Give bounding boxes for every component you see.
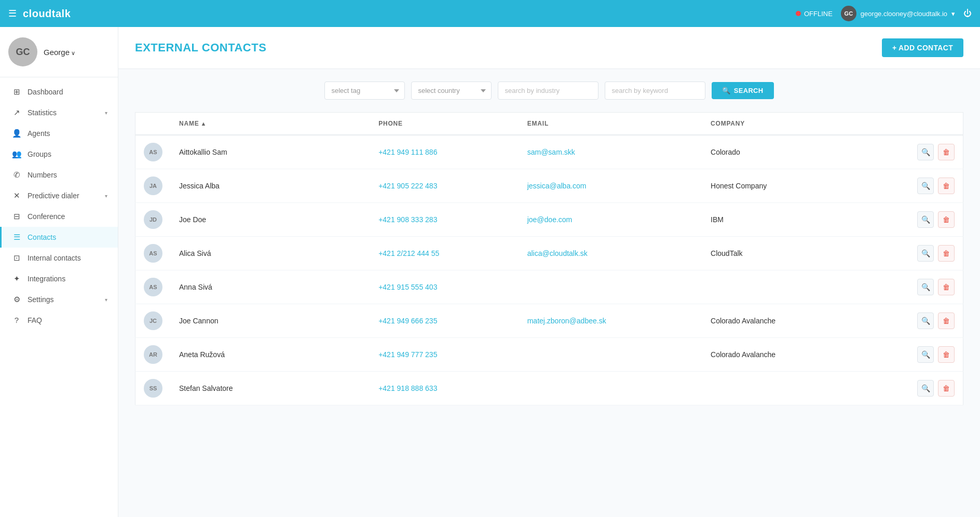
contact-company-cell: CloudTalk <box>702 237 859 270</box>
row-actions: 🔍 🗑 <box>867 279 955 295</box>
contact-avatar-cell: JD <box>135 203 171 237</box>
sidebar-username[interactable]: George <box>44 48 75 57</box>
table-header-name[interactable]: NAME▲ <box>171 113 370 135</box>
nav-icon-predictive-dialer: ✕ <box>12 191 21 200</box>
search-icon: 🔍 <box>722 87 730 94</box>
contact-phone-cell: +421 918 888 633 <box>370 372 519 405</box>
contact-name: Stefan Salvatore <box>179 384 233 392</box>
table-body: ASAittokallio Sam+421 949 111 886sam@sam… <box>135 135 963 405</box>
contact-search-button[interactable]: 🔍 <box>917 346 934 363</box>
sidebar-item-integrations[interactable]: ✦ Integrations <box>0 268 118 289</box>
contact-name-cell: Jessica Alba <box>171 169 370 203</box>
contact-phone-cell: +421 949 111 886 <box>370 135 519 169</box>
sidebar-item-internal-contacts[interactable]: ⊡ Internal contacts <box>0 248 118 268</box>
table-header: NAME▲PHONEEMAILCOMPANY <box>135 113 963 135</box>
contact-phone: +421 949 111 886 <box>378 148 437 156</box>
contact-search-button[interactable]: 🔍 <box>917 211 934 228</box>
contact-avatar: JD <box>144 210 162 229</box>
contact-delete-button[interactable]: 🗑 <box>938 279 955 295</box>
contact-delete-button[interactable]: 🗑 <box>938 346 955 363</box>
sidebar-item-groups[interactable]: 👥 Groups <box>0 144 118 165</box>
contacts-table: NAME▲PHONEEMAILCOMPANY ASAittokallio Sam… <box>135 112 963 405</box>
contact-actions-cell: 🔍 🗑 <box>859 338 963 372</box>
app-layout: GC George ⊞ Dashboard ↗ Statistics ▾ 👤 A… <box>0 27 980 517</box>
sidebar-item-numbers[interactable]: ✆ Numbers <box>0 165 118 185</box>
contact-name-cell: Alica Sivá <box>171 237 370 270</box>
contact-company: CloudTalk <box>711 249 742 257</box>
contact-delete-button[interactable]: 🗑 <box>938 380 955 397</box>
table-row: JCJoe Cannon+421 949 666 235matej.zboron… <box>135 304 963 338</box>
contact-avatar: JA <box>144 176 162 195</box>
contact-delete-button[interactable]: 🗑 <box>938 245 955 262</box>
navbar: ☰ cloudtalk OFFLINE GC george.clooney@cl… <box>0 0 980 27</box>
contact-name: Joe Cannon <box>179 317 219 325</box>
contact-delete-button[interactable]: 🗑 <box>938 178 955 194</box>
contact-delete-button[interactable]: 🗑 <box>938 211 955 228</box>
contact-avatar: SS <box>144 379 162 398</box>
sidebar-item-statistics[interactable]: ↗ Statistics ▾ <box>0 102 118 123</box>
nav-icon-groups: 👥 <box>12 149 21 159</box>
status-dot-icon <box>796 11 801 16</box>
sidebar-item-dashboard[interactable]: ⊞ Dashboard <box>0 81 118 102</box>
sort-arrow-icon: ▲ <box>201 120 207 127</box>
search-industry-input[interactable] <box>498 81 598 100</box>
table-header-actions <box>859 113 963 135</box>
status-indicator: OFFLINE <box>796 10 833 18</box>
search-button[interactable]: 🔍 SEARCH <box>712 82 773 99</box>
sidebar-item-contacts[interactable]: ☰ Contacts <box>0 227 118 248</box>
contact-company: Colorado Avalanche <box>711 317 775 325</box>
page-header: EXTERNAL CONTACTS + ADD CONTACT <box>118 27 980 69</box>
contact-search-button[interactable]: 🔍 <box>917 279 934 295</box>
sidebar-item-predictive-dialer[interactable]: ✕ Predictive dialer ▾ <box>0 185 118 206</box>
contact-phone: +421 908 333 283 <box>378 215 437 224</box>
contact-email-cell: jessica@alba.com <box>519 169 702 203</box>
contact-name: Aittokallio Sam <box>179 148 227 156</box>
contact-search-button[interactable]: 🔍 <box>917 178 934 194</box>
contact-email: matej.zboron@adbee.sk <box>527 317 606 325</box>
select-country-dropdown[interactable]: select country <box>411 81 492 100</box>
contact-avatar-cell: AS <box>135 270 171 304</box>
contact-search-button[interactable]: 🔍 <box>917 380 934 397</box>
sidebar-item-settings[interactable]: ⚙ Settings ▾ <box>0 289 118 310</box>
contact-name-cell: Joe Doe <box>171 203 370 237</box>
search-keyword-input[interactable] <box>605 81 705 100</box>
table-row: ASAittokallio Sam+421 949 111 886sam@sam… <box>135 135 963 169</box>
contact-actions-cell: 🔍 🗑 <box>859 169 963 203</box>
nav-icon-agents: 👤 <box>12 129 21 138</box>
contact-delete-button[interactable]: 🗑 <box>938 312 955 329</box>
contact-name-cell: Aittokallio Sam <box>171 135 370 169</box>
contact-actions-cell: 🔍 🗑 <box>859 135 963 169</box>
contact-company-cell: Honest Company <box>702 169 859 203</box>
table-row: ARAneta Ružová+421 949 777 235Colorado A… <box>135 338 963 372</box>
nav-label-dashboard: Dashboard <box>28 88 107 96</box>
sidebar-avatar: GC <box>8 37 37 66</box>
add-contact-button[interactable]: + ADD CONTACT <box>882 38 963 57</box>
contact-name: Alica Sivá <box>179 249 211 257</box>
contact-avatar: JC <box>144 311 162 330</box>
contact-phone: +421 918 888 633 <box>378 384 437 392</box>
contact-phone-cell: +421 949 666 235 <box>370 304 519 338</box>
contact-search-button[interactable]: 🔍 <box>917 144 934 160</box>
power-icon[interactable]: ⏻ <box>963 9 972 18</box>
contact-phone: +421 949 777 235 <box>378 350 437 359</box>
table-row: JDJoe Doe+421 908 333 283joe@doe.comIBM … <box>135 203 963 237</box>
contact-phone: +421 2/212 444 55 <box>378 249 439 257</box>
sidebar-item-agents[interactable]: 👤 Agents <box>0 123 118 144</box>
hamburger-icon[interactable]: ☰ <box>8 8 17 19</box>
contact-email-cell: matej.zboron@adbee.sk <box>519 304 702 338</box>
contact-email: jessica@alba.com <box>527 182 587 190</box>
nav-icon-conference: ⊟ <box>12 212 21 221</box>
contact-phone-cell: +421 915 555 403 <box>370 270 519 304</box>
contact-search-button[interactable]: 🔍 <box>917 245 934 262</box>
select-tag-dropdown[interactable]: select tag <box>324 81 405 100</box>
sidebar-item-conference[interactable]: ⊟ Conference <box>0 206 118 227</box>
sidebar-item-faq[interactable]: ? FAQ <box>0 310 118 330</box>
contact-company-cell: Colorado <box>702 135 859 169</box>
user-menu[interactable]: GC george.clooney@cloudtalk.io ▾ <box>841 6 955 21</box>
contact-email-cell: sam@sam.skk <box>519 135 702 169</box>
nav-label-settings: Settings <box>28 295 99 304</box>
contact-search-button[interactable]: 🔍 <box>917 312 934 329</box>
contact-name: Aneta Ružová <box>179 350 225 359</box>
contact-delete-button[interactable]: 🗑 <box>938 144 955 160</box>
nav-label-integrations: Integrations <box>28 275 107 283</box>
